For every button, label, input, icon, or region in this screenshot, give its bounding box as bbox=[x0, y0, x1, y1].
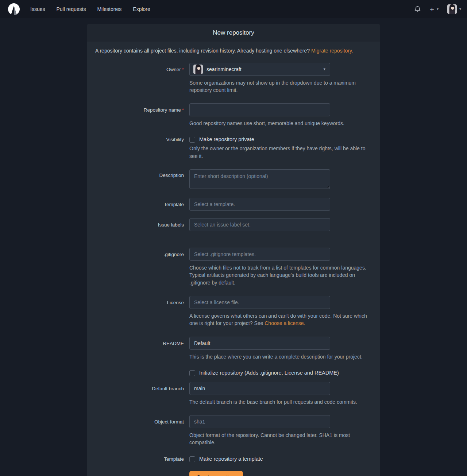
choose-a-license-link[interactable]: Choose a license. bbox=[265, 320, 305, 326]
repo-name-label: Repository name* bbox=[87, 103, 184, 127]
gitignore-help: Choose which files not to track from a l… bbox=[189, 264, 372, 286]
section-divider bbox=[94, 238, 373, 238]
initialize-label-spacer bbox=[87, 370, 184, 376]
new-repository-form: Owner* searinminecraft ▾ Some organizati… bbox=[87, 59, 380, 476]
chevron-down-icon: ▾ bbox=[323, 67, 325, 71]
bell-icon bbox=[414, 6, 421, 13]
create-repository-button[interactable]: Create repository bbox=[189, 471, 243, 476]
template-select[interactable]: Select a template. bbox=[189, 198, 330, 211]
owner-avatar bbox=[193, 65, 203, 74]
navbar: Issues Pull requests Milestones Explore … bbox=[0, 0, 467, 18]
readme-select[interactable]: Default bbox=[189, 337, 330, 350]
readme-select-value: Default bbox=[194, 340, 210, 346]
owner-help: Some organizations may not show up in th… bbox=[189, 79, 372, 94]
private-checkbox-label[interactable]: Make repository private bbox=[199, 136, 254, 142]
license-help: A license governs what others can and ca… bbox=[189, 312, 372, 327]
description-label: Description bbox=[87, 169, 184, 190]
issue-labels-label: Issue labels bbox=[87, 218, 184, 231]
readme-label: README bbox=[87, 337, 184, 360]
private-checkbox[interactable] bbox=[189, 137, 195, 143]
template-checkbox-label[interactable]: Make repository a template bbox=[199, 456, 263, 462]
chevron-down-icon: ▾ bbox=[459, 7, 461, 11]
navbar-right: + ▾ ▾ bbox=[414, 4, 461, 14]
submit-row: Create repository bbox=[87, 471, 380, 476]
notifications-button[interactable] bbox=[414, 6, 421, 13]
description-textarea[interactable] bbox=[189, 169, 330, 189]
initialize-checkbox-label[interactable]: Initialize repository (Adds .gitignore, … bbox=[199, 370, 339, 376]
visibility-check-row: Make repository private bbox=[189, 136, 374, 143]
repo-name-help: Good repository names use short, memorab… bbox=[189, 120, 372, 127]
template-flag-label: Template bbox=[87, 456, 184, 462]
license-select[interactable]: Select a license file. bbox=[189, 296, 330, 309]
create-new-button[interactable]: + ▾ bbox=[430, 5, 439, 13]
template-checkbox[interactable] bbox=[189, 456, 195, 462]
gitignore-row: .gitignore Select .gitignore templates. … bbox=[87, 248, 380, 286]
repo-name-label-text: Repository name bbox=[144, 107, 181, 113]
license-row: License Select a license file. A license… bbox=[87, 296, 380, 327]
required-marker: * bbox=[182, 67, 184, 72]
visibility-label: Visibility bbox=[87, 136, 184, 160]
initialize-checkbox[interactable] bbox=[189, 370, 195, 376]
initialize-check-row: Initialize repository (Adds .gitignore, … bbox=[189, 370, 374, 376]
template-select-placeholder: Select a template. bbox=[194, 201, 235, 207]
nav-item-pull-requests[interactable]: Pull requests bbox=[56, 6, 86, 12]
issue-labels-row: Issue labels Select an issue label set. bbox=[87, 218, 380, 231]
template-flag-check-row: Make repository a template bbox=[189, 456, 374, 462]
owner-select-value: searinminecraft bbox=[207, 66, 242, 72]
template-flag-row: Template Make repository a template bbox=[87, 456, 380, 462]
submit-label-spacer bbox=[87, 471, 184, 476]
user-menu-button[interactable]: ▾ bbox=[447, 4, 461, 14]
plus-icon: + bbox=[430, 5, 434, 13]
gitignore-label: .gitignore bbox=[87, 248, 184, 286]
visibility-help: Only the owner or the organization membe… bbox=[189, 145, 372, 160]
object-format-help: Object format of the repository. Cannot … bbox=[189, 432, 372, 446]
nav-item-explore[interactable]: Explore bbox=[133, 6, 150, 12]
gitignore-select[interactable]: Select .gitignore templates. bbox=[189, 248, 330, 261]
repo-name-input[interactable] bbox=[189, 103, 330, 116]
readme-row: README Default This is the place where y… bbox=[87, 337, 380, 360]
object-format-label: Object format bbox=[87, 415, 184, 446]
license-placeholder: Select a license file. bbox=[194, 299, 239, 305]
intro-sentence: A repository contains all project files,… bbox=[95, 48, 311, 54]
owner-label-text: Owner bbox=[166, 67, 181, 72]
visibility-row: Visibility Make repository private Only … bbox=[87, 136, 380, 160]
description-row: Description bbox=[87, 169, 380, 190]
object-format-value: sha1 bbox=[194, 419, 205, 425]
nav-item-issues[interactable]: Issues bbox=[30, 6, 45, 12]
nav-links: Issues Pull requests Milestones Explore bbox=[30, 6, 150, 12]
default-branch-help: The default branch is the base branch fo… bbox=[189, 398, 372, 406]
intro-text: A repository contains all project files,… bbox=[87, 42, 380, 59]
migrate-repository-link[interactable]: Migrate repository. bbox=[311, 48, 353, 54]
repo-name-row: Repository name* Good repository names u… bbox=[87, 103, 380, 127]
forgejo-logo-icon[interactable] bbox=[8, 3, 20, 15]
gitignore-placeholder: Select .gitignore templates. bbox=[194, 251, 256, 257]
owner-label: Owner* bbox=[87, 63, 184, 94]
default-branch-row: Default branch The default branch is the… bbox=[87, 382, 380, 406]
default-branch-input[interactable] bbox=[189, 382, 330, 395]
issue-labels-placeholder: Select an issue label set. bbox=[194, 222, 251, 228]
template-select-label: Template bbox=[87, 198, 184, 211]
issue-labels-select[interactable]: Select an issue label set. bbox=[189, 218, 330, 231]
owner-select[interactable]: searinminecraft ▾ bbox=[189, 63, 330, 76]
chevron-down-icon: ▾ bbox=[437, 7, 439, 11]
object-format-row: Object format sha1 Object format of the … bbox=[87, 415, 380, 446]
nav-item-milestones[interactable]: Milestones bbox=[97, 6, 121, 12]
license-label: License bbox=[87, 296, 184, 327]
owner-row: Owner* searinminecraft ▾ Some organizati… bbox=[87, 63, 380, 94]
default-branch-label: Default branch bbox=[87, 382, 184, 406]
template-select-row: Template Select a template. bbox=[87, 198, 380, 211]
user-avatar bbox=[447, 4, 457, 14]
readme-help: This is the place where you can write a … bbox=[189, 353, 372, 360]
new-repository-panel: New repository A repository contains all… bbox=[87, 24, 380, 476]
initialize-row: Initialize repository (Adds .gitignore, … bbox=[87, 370, 380, 376]
object-format-select[interactable]: sha1 bbox=[189, 415, 330, 428]
page-title: New repository bbox=[87, 24, 380, 42]
required-marker: * bbox=[182, 107, 184, 113]
